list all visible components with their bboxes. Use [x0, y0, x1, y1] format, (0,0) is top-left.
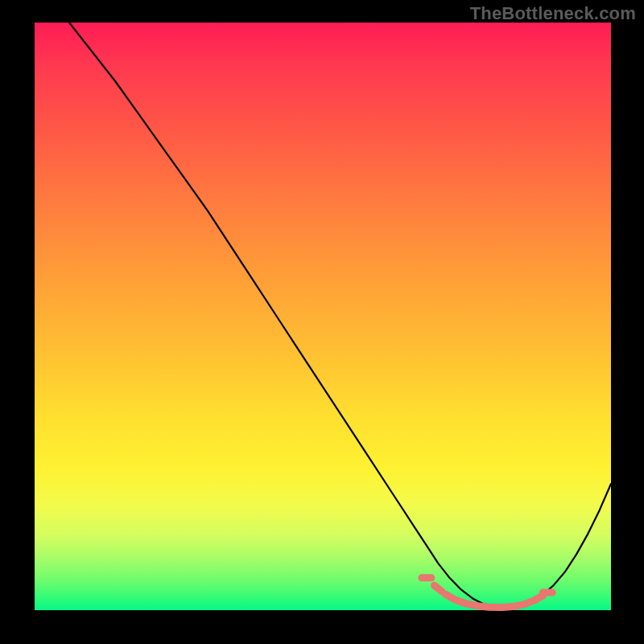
curve-svg: [35, 23, 611, 610]
trough-marker: [514, 605, 524, 607]
bottleneck-curve: [69, 23, 611, 607]
trough-marker: [456, 601, 465, 604]
watermark-text: TheBottleneck.com: [470, 3, 636, 24]
trough-marker: [445, 594, 453, 599]
trough-marker: [535, 596, 543, 601]
plot-area: [35, 23, 611, 610]
chart-container: TheBottleneck.com: [0, 0, 644, 644]
trough-markers: [422, 578, 552, 608]
trough-marker: [435, 585, 442, 592]
